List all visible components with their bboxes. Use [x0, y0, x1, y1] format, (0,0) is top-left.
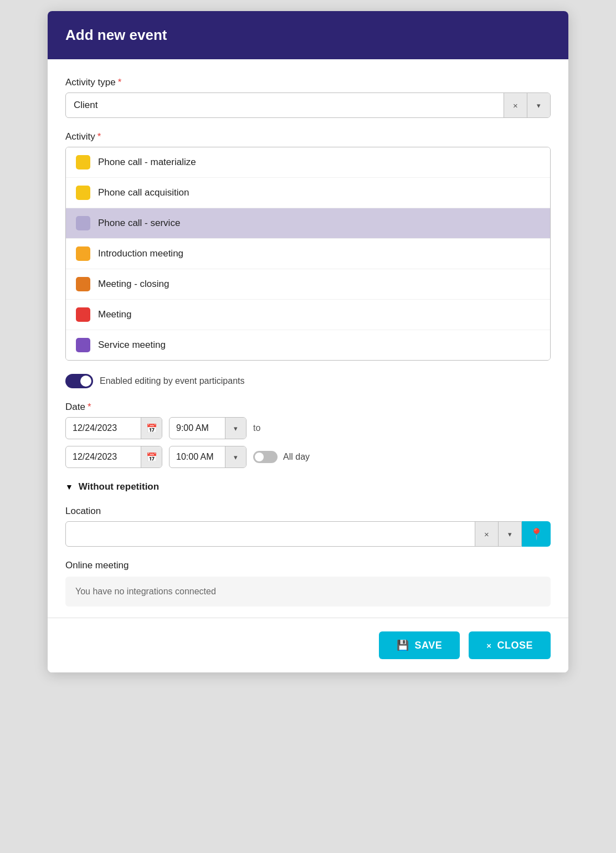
location-group: Location × ▾ 📍 — [65, 506, 551, 547]
end-time-dropdown-btn[interactable]: ▾ — [225, 446, 246, 467]
list-item-selected[interactable]: Phone call - service — [66, 208, 550, 239]
location-input[interactable] — [66, 522, 475, 546]
color-swatch — [76, 338, 90, 352]
location-input-wrapper: × ▾ 📍 — [65, 521, 551, 547]
list-item[interactable]: Meeting — [66, 300, 550, 330]
end-date-input[interactable] — [66, 446, 141, 467]
location-chevron-btn[interactable]: ▾ — [498, 522, 521, 546]
color-swatch — [76, 277, 90, 291]
date-required: * — [88, 402, 91, 413]
close-label: CLOSE — [497, 640, 533, 651]
start-date-row: 📅 ▾ to — [65, 417, 551, 439]
chevron-down-icon: ▾ — [234, 453, 238, 461]
repetition-label: Without repetition — [79, 481, 159, 492]
list-item[interactable]: Meeting - closing — [66, 269, 550, 300]
calendar-icon: 📅 — [146, 423, 157, 434]
activity-type-clear-btn[interactable]: × — [504, 93, 527, 117]
list-item[interactable]: Introduction meeting — [66, 239, 550, 269]
list-item[interactable]: Phone call acquisition — [66, 178, 550, 208]
modal-footer: 💾 SAVE × CLOSE — [48, 618, 568, 672]
activity-item-label: Introduction meeting — [98, 248, 183, 259]
save-label: SAVE — [415, 640, 443, 651]
activity-type-required: * — [118, 77, 122, 88]
allday-label: All day — [283, 452, 310, 462]
add-event-modal: Add new event Activity type * × ▾ Activ — [48, 11, 568, 672]
allday-toggle[interactable] — [253, 451, 278, 463]
chevron-down-icon: ▾ — [234, 424, 238, 433]
toggle-row[interactable]: Enabled editing by event participants — [65, 374, 551, 388]
allday-toggle-knob — [255, 453, 264, 461]
end-date-row: 📅 ▾ All day — [65, 446, 551, 468]
modal-header: Add new event — [48, 11, 568, 59]
activity-type-input[interactable] — [66, 93, 504, 117]
location-input-inner[interactable]: × ▾ — [65, 521, 522, 547]
color-swatch — [76, 186, 90, 200]
activity-item-label: Phone call acquisition — [98, 187, 189, 198]
close-button[interactable]: × CLOSE — [469, 631, 551, 659]
list-item[interactable]: Service meeting — [66, 330, 550, 360]
online-meeting-label: Online meeting — [65, 560, 551, 571]
color-swatch — [76, 155, 90, 169]
activity-item-label: Meeting - closing — [98, 279, 170, 290]
activity-item-label: Phone call - service — [98, 218, 180, 229]
start-time-dropdown-btn[interactable]: ▾ — [225, 418, 246, 439]
chevron-down-icon: ▾ — [508, 530, 512, 538]
start-date-calendar-btn[interactable]: 📅 — [141, 418, 162, 439]
start-date-field[interactable]: 📅 — [65, 417, 162, 439]
repetition-row[interactable]: ▼ Without repetition — [65, 481, 551, 492]
end-time-input[interactable] — [170, 446, 225, 467]
location-clear-btn[interactable]: × — [475, 522, 498, 546]
date-label: Date * — [65, 402, 551, 413]
pin-icon: 📍 — [530, 527, 543, 541]
location-label: Location — [65, 506, 551, 517]
save-button[interactable]: 💾 SAVE — [379, 631, 460, 659]
repetition-chevron-icon: ▼ — [65, 482, 73, 491]
allday-row[interactable]: All day — [253, 451, 310, 463]
to-label: to — [253, 423, 260, 433]
close-icon: × — [486, 641, 491, 650]
save-icon: 💾 — [397, 639, 409, 651]
clear-icon: × — [484, 530, 489, 539]
clear-icon: × — [513, 101, 518, 110]
activity-label: Activity * — [65, 131, 551, 142]
online-meeting-section: Online meeting You have no integrations … — [65, 560, 551, 618]
modal-body: Activity type * × ▾ Activity * — [48, 59, 568, 618]
date-group: Date * 📅 ▾ to — [65, 402, 551, 468]
chevron-down-icon: ▾ — [537, 101, 541, 110]
toggle-label: Enabled editing by event participants — [100, 376, 245, 386]
end-date-calendar-btn[interactable]: 📅 — [141, 446, 162, 467]
no-integrations-text: You have no integrations connected — [65, 577, 551, 607]
toggle-knob — [80, 376, 91, 387]
activity-type-select[interactable]: × ▾ — [65, 93, 551, 118]
color-swatch — [76, 216, 90, 230]
activity-list: Phone call - materialize Phone call acqu… — [65, 147, 551, 361]
list-item[interactable]: Phone call - materialize — [66, 147, 550, 178]
start-date-input[interactable] — [66, 418, 141, 439]
end-date-field[interactable]: 📅 — [65, 446, 162, 468]
end-time-field[interactable]: ▾ — [169, 446, 247, 468]
activity-item-label: Service meeting — [98, 340, 166, 351]
activity-type-chevron-btn[interactable]: ▾ — [527, 93, 550, 117]
modal-title: Add new event — [65, 27, 167, 43]
start-time-input[interactable] — [170, 418, 225, 439]
activity-type-label: Activity type * — [65, 77, 551, 88]
activity-required: * — [97, 131, 101, 142]
activity-group: Activity * Phone call - materialize Phon… — [65, 131, 551, 361]
location-pin-btn[interactable]: 📍 — [522, 521, 551, 547]
editing-toggle[interactable] — [65, 374, 93, 388]
start-time-field[interactable]: ▾ — [169, 417, 247, 439]
calendar-icon: 📅 — [146, 452, 157, 463]
color-swatch — [76, 246, 90, 261]
activity-type-group: Activity type * × ▾ — [65, 77, 551, 118]
activity-item-label: Phone call - materialize — [98, 157, 196, 168]
activity-item-label: Meeting — [98, 309, 131, 320]
color-swatch — [76, 307, 90, 322]
